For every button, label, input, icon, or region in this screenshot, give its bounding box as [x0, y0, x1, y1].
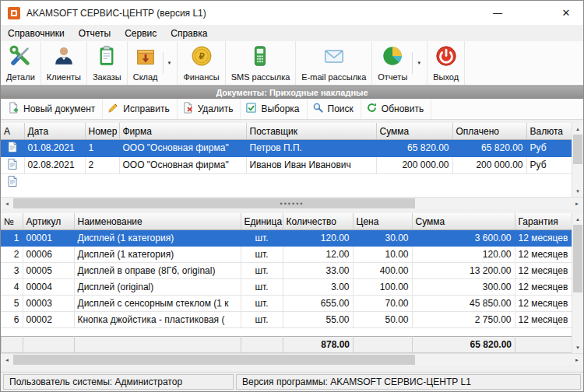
document-cell-number[interactable]: 2	[85, 156, 119, 173]
search-button[interactable]: Поиск	[308, 99, 361, 119]
scroll-up-icon[interactable]: ▲	[572, 213, 583, 225]
item-cell-num[interactable]: 1	[1, 229, 23, 246]
col-header-sum[interactable]: Сумма	[376, 123, 452, 139]
scrollbar-track[interactable]	[572, 135, 583, 185]
document-cell-date[interactable]: 01.08.2021	[24, 139, 85, 156]
scroll-up-icon[interactable]: ▲	[572, 123, 583, 135]
minimize-icon[interactable]: —	[484, 1, 512, 25]
col-header-name[interactable]: Наименование	[74, 213, 241, 229]
item-cell-price[interactable]: 70.00	[353, 295, 412, 311]
items-vertical-scrollbar[interactable]: ▲ ▼	[572, 213, 583, 353]
document-cell-sum[interactable]: 200 000.00	[376, 156, 452, 173]
document-cell-firm[interactable]: ООО "Основная фирма"	[119, 156, 246, 173]
reports-dropdown-icon[interactable]: ▼	[412, 52, 421, 74]
item-cell-unit[interactable]: шт.	[241, 246, 283, 262]
document-cell-supplier[interactable]: Иванов Иван Иванович	[246, 156, 376, 173]
item-cell-price[interactable]: 100.00	[353, 278, 412, 295]
delete-button[interactable]: Удалить	[178, 99, 241, 119]
item-cell-article[interactable]: 00001	[23, 229, 74, 246]
toolbar-sms-button[interactable]: SMS рассылка	[226, 41, 297, 85]
item-cell-num[interactable]: 6	[1, 311, 23, 327]
selection-button[interactable]: Выборка	[241, 99, 307, 119]
scrollbar-track[interactable]	[13, 354, 571, 366]
item-cell-price[interactable]: 30.00	[353, 229, 412, 246]
item-cell-article[interactable]: 00006	[23, 246, 74, 262]
col-header-date[interactable]: Дата	[24, 123, 85, 139]
item-cell-warranty[interactable]: 12 месяцев	[515, 295, 572, 311]
item-cell-qty[interactable]: 120.00	[283, 229, 353, 246]
col-header-num[interactable]: №	[1, 213, 23, 229]
item-cell-num[interactable]: 2	[1, 246, 23, 262]
item-cell-qty[interactable]: 12.00	[283, 246, 353, 262]
scroll-down-icon[interactable]: ▼	[572, 185, 583, 197]
document-cell-currency[interactable]: Руб	[526, 156, 572, 173]
document-cell-number[interactable]: 1	[85, 139, 119, 156]
col-header-unit[interactable]: Единица	[241, 213, 283, 229]
documents-vertical-scrollbar[interactable]: ▲ ▼	[572, 123, 583, 197]
item-cell-price[interactable]: 50.00	[353, 311, 412, 327]
item-cell-name[interactable]: Дисплей (1 категория)	[74, 246, 241, 262]
document-cell-paid[interactable]: 65 820.00	[452, 139, 526, 156]
item-cell-article[interactable]: 00004	[23, 278, 74, 295]
item-row[interactable]: 100001Дисплей (1 категория)шт.120.0030.0…	[1, 229, 572, 246]
item-cell-price[interactable]: 10.00	[353, 246, 412, 262]
document-cell-currency[interactable]: Руб	[526, 139, 572, 156]
col-header-currency[interactable]: Валюта	[526, 123, 572, 139]
item-row[interactable]: 600002Кнопка джойстика - пластиковая (шт…	[1, 311, 572, 327]
new-document-button[interactable]: Новый документ	[3, 99, 103, 119]
scrollbar-thumb[interactable]	[573, 225, 582, 292]
item-cell-num[interactable]: 3	[1, 262, 23, 278]
document-cell-sum[interactable]: 65 820.00	[376, 139, 452, 156]
col-header-firm[interactable]: Фирма	[119, 123, 246, 139]
toolbar-warehouse-button[interactable]: Склад ▼	[128, 41, 178, 85]
menu-spravka[interactable]: Справка	[164, 26, 214, 41]
item-cell-name[interactable]: Дисплей с сенсорным стеклом (1 к	[74, 295, 241, 311]
item-cell-warranty[interactable]: 12 месяцев	[515, 246, 572, 262]
item-cell-unit[interactable]: шт.	[241, 229, 283, 246]
item-cell-name[interactable]: Кнопка джойстика - пластиковая (	[74, 311, 241, 327]
col-header-icon[interactable]: А	[1, 123, 24, 139]
menu-spravochniki[interactable]: Справочники	[1, 26, 72, 41]
close-icon[interactable]: ✕	[552, 1, 580, 25]
item-cell-unit[interactable]: шт.	[241, 311, 283, 327]
scroll-right-icon[interactable]: ►	[571, 354, 583, 366]
item-row[interactable]: 300005Дисплей в оправе (8Гб, original)шт…	[1, 262, 572, 278]
toolbar-orders-button[interactable]: Заказы	[87, 41, 128, 85]
item-cell-sum[interactable]: 3 600.00	[412, 229, 515, 246]
toolbar-exit-button[interactable]: Выход	[427, 41, 465, 85]
col-header-sum[interactable]: Сумма	[412, 213, 515, 229]
document-cell-paid[interactable]: 200 000.00	[452, 156, 526, 173]
toolbar-finance-button[interactable]: ₽ Финансы	[178, 41, 225, 85]
col-header-paid[interactable]: Оплачено	[452, 123, 526, 139]
item-cell-price[interactable]: 400.00	[353, 262, 412, 278]
scrollbar-thumb[interactable]	[13, 198, 415, 208]
item-cell-qty[interactable]: 3.00	[283, 278, 353, 295]
item-cell-sum[interactable]: 13 200.00	[412, 262, 515, 278]
item-cell-unit[interactable]: шт.	[241, 295, 283, 311]
scrollbar-thumb[interactable]	[13, 355, 415, 365]
item-cell-name[interactable]: Дисплей (1 категория)	[74, 229, 241, 246]
scrollbar-thumb[interactable]	[573, 135, 582, 164]
scroll-right-icon[interactable]: ►	[571, 198, 583, 209]
item-cell-sum[interactable]: 120.00	[412, 246, 515, 262]
menu-servis[interactable]: Сервис	[118, 26, 164, 41]
item-cell-warranty[interactable]: 12 месяцев	[515, 278, 572, 295]
item-cell-warranty[interactable]: 12 месяцев	[515, 229, 572, 246]
item-cell-name[interactable]: Дисплей в оправе (8Гб, original)	[74, 262, 241, 278]
item-cell-name[interactable]: Дисплей (original)	[74, 278, 241, 295]
col-header-price[interactable]: Цена	[353, 213, 412, 229]
item-row[interactable]: 500003Дисплей с сенсорным стеклом (1 кшт…	[1, 295, 572, 311]
documents-horizontal-scrollbar[interactable]: ◄ ► ••••••	[1, 197, 583, 209]
item-cell-article[interactable]: 00005	[23, 262, 74, 278]
warehouse-dropdown-icon[interactable]: ▼	[163, 52, 172, 74]
edit-button[interactable]: Исправить	[103, 99, 177, 119]
item-cell-sum[interactable]: 2 750.00	[412, 311, 515, 327]
toolbar-clients-button[interactable]: Клиенты	[41, 41, 87, 85]
menu-otchety[interactable]: Отчеты	[72, 26, 118, 41]
document-cell-date[interactable]: 02.08.2021	[24, 156, 85, 173]
scroll-left-icon[interactable]: ◄	[1, 198, 13, 209]
item-cell-num[interactable]: 4	[1, 278, 23, 295]
item-cell-qty[interactable]: 33.00	[283, 262, 353, 278]
items-horizontal-scrollbar[interactable]: ◄ ►	[1, 353, 583, 366]
item-row[interactable]: 400004Дисплей (original)шт.3.00100.00300…	[1, 278, 572, 295]
